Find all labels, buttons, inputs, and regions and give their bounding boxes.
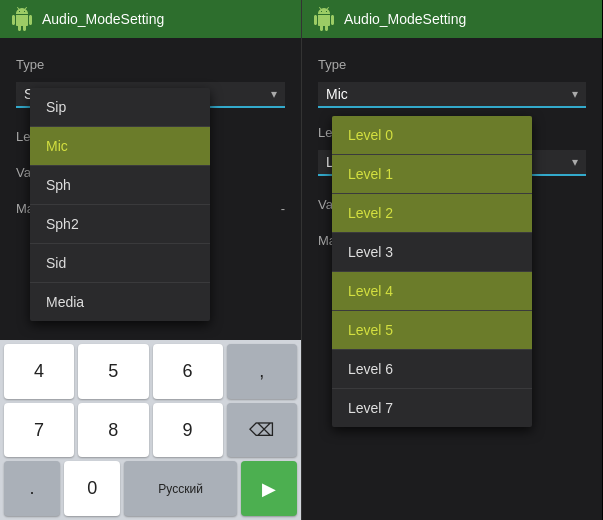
right-title: Audio_ModeSetting: [344, 11, 466, 27]
type-dropdown-menu-left[interactable]: Sip Mic Sph Sph2 Sid Media: [30, 88, 210, 321]
dash-left: -: [281, 201, 285, 216]
key-0[interactable]: 0: [64, 461, 120, 516]
left-title-bar: Audio_ModeSetting: [0, 0, 301, 38]
key-lang[interactable]: Русский: [124, 461, 236, 516]
right-app-content: Type Mic ▾ Level Level 0 ▾ Level 0 Level…: [302, 38, 602, 520]
key-dot[interactable]: .: [4, 461, 60, 516]
keyboard-row-1: 4 5 6 ,: [4, 344, 297, 399]
android-icon-left: [10, 7, 34, 31]
level-item-1[interactable]: Level 1: [332, 155, 532, 194]
key-6[interactable]: 6: [153, 344, 223, 399]
keyboard: 4 5 6 , 7 8 9 ⌫ . 0 Русский ▶: [0, 340, 301, 520]
key-backspace[interactable]: ⌫: [227, 403, 297, 458]
type-row-right: Type: [302, 46, 602, 82]
dropdown-item-sid[interactable]: Sid: [30, 244, 210, 283]
keyboard-row-2: 7 8 9 ⌫: [4, 403, 297, 458]
dropdown-item-sph2[interactable]: Sph2: [30, 205, 210, 244]
type-value-right: Mic: [326, 86, 348, 102]
key-9[interactable]: 9: [153, 403, 223, 458]
level-item-3[interactable]: Level 3: [332, 233, 532, 272]
left-app-content: Type Sip ▾ Sip Mic Sph Sph2 Sid Media Le…: [0, 38, 301, 340]
key-comma[interactable]: ,: [227, 344, 297, 399]
level-item-4[interactable]: Level 4: [332, 272, 532, 311]
level-dropdown-menu[interactable]: Level 0 Level 1 Level 2 Level 3 Level 4 …: [332, 116, 532, 427]
type-dropdown-right[interactable]: Mic ▾: [318, 82, 586, 108]
level-item-7[interactable]: Level 7: [332, 389, 532, 427]
left-title: Audio_ModeSetting: [42, 11, 164, 27]
dropdown-item-sph[interactable]: Sph: [30, 166, 210, 205]
type-arrow-right: ▾: [572, 87, 578, 101]
level-item-0[interactable]: Level 0: [332, 116, 532, 155]
dropdown-item-media[interactable]: Media: [30, 283, 210, 321]
key-4[interactable]: 4: [4, 344, 74, 399]
key-5[interactable]: 5: [78, 344, 148, 399]
type-field-right[interactable]: Mic ▾: [302, 82, 602, 114]
type-row-left: Type: [0, 46, 301, 82]
left-panel: Audio_ModeSetting Type Sip ▾ Sip Mic Sph…: [0, 0, 301, 520]
right-panel: Audio_ModeSetting Type Mic ▾ Level Level…: [301, 0, 602, 520]
level-item-5[interactable]: Level 5: [332, 311, 532, 350]
type-label-left: Type: [16, 57, 60, 72]
key-send[interactable]: ▶: [241, 461, 297, 516]
dropdown-item-sip[interactable]: Sip: [30, 88, 210, 127]
key-8[interactable]: 8: [78, 403, 148, 458]
level-item-2[interactable]: Level 2: [332, 194, 532, 233]
level-item-6[interactable]: Level 6: [332, 350, 532, 389]
android-icon-right: [312, 7, 336, 31]
level-arrow-right: ▾: [572, 155, 578, 169]
type-label-right: Type: [318, 57, 362, 72]
right-title-bar: Audio_ModeSetting: [302, 0, 602, 38]
dropdown-item-mic[interactable]: Mic: [30, 127, 210, 166]
type-arrow-left: ▾: [271, 87, 277, 101]
keyboard-row-3: . 0 Русский ▶: [4, 461, 297, 516]
key-7[interactable]: 7: [4, 403, 74, 458]
